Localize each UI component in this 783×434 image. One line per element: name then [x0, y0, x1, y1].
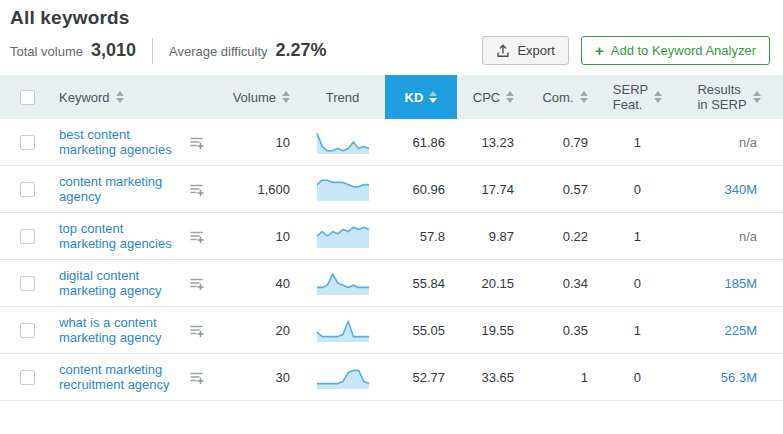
add-to-list-icon[interactable] [189, 182, 205, 197]
total-volume-label: Total volume [10, 44, 83, 59]
keyword-cell: what is a content marketing agency [55, 307, 215, 353]
table-row: content marketing recruitment agency3052… [0, 354, 783, 401]
add-to-list-icon[interactable] [189, 229, 205, 244]
com-cell: 0.79 [530, 127, 600, 158]
keyword-cell: best content marketing agencies [55, 119, 215, 165]
kd-cell: 55.84 [385, 268, 457, 299]
page-header: All keywords Total volume 3,010 Average … [0, 0, 783, 75]
volume-cell: 30 [215, 362, 300, 393]
column-header-kd[interactable]: KD [385, 75, 457, 119]
column-header-results[interactable]: Resultsin SERP [675, 75, 783, 119]
sort-down-arrow [116, 98, 124, 103]
sort-up-arrow [116, 91, 124, 96]
com-cell: 0.34 [530, 268, 600, 299]
table-body: best content marketing agencies1061.8613… [0, 119, 783, 401]
sort-up-arrow [282, 91, 290, 96]
com-cell: 0.57 [530, 174, 600, 205]
keyword-wrap: content marketing recruitment agency [59, 362, 215, 392]
row-checkbox[interactable] [20, 323, 35, 338]
results-in-serp-cell: 225M [675, 315, 783, 346]
export-icon [496, 44, 510, 58]
cpc-cell: 9.87 [457, 221, 530, 252]
keyword-link[interactable]: digital content marketing agency [59, 268, 181, 298]
sort-down-arrow [282, 98, 290, 103]
column-header-cpc[interactable]: CPC [457, 75, 530, 119]
cpc-cell: 20.15 [457, 268, 530, 299]
export-button[interactable]: Export [482, 36, 569, 65]
serp-features-cell: 1 [600, 221, 675, 252]
table-row: digital content marketing agency4055.842… [0, 260, 783, 307]
volume-cell: 40 [215, 268, 300, 299]
table-row: what is a content marketing agency2055.0… [0, 307, 783, 354]
volume-cell: 20 [215, 315, 300, 346]
kd-cell: 52.77 [385, 362, 457, 393]
column-header-volume[interactable]: Volume [215, 75, 300, 119]
cpc-cell: 19.55 [457, 315, 530, 346]
trend-sparkline [300, 356, 385, 398]
volume-cell: 10 [215, 127, 300, 158]
row-checkbox-cell [0, 315, 55, 346]
keyword-link[interactable]: what is a content marketing agency [59, 315, 181, 345]
trend-sparkline [300, 168, 385, 210]
keyword-link[interactable]: content marketing agency [59, 174, 181, 204]
select-all-checkbox[interactable] [20, 90, 35, 105]
sort-down-arrow [654, 98, 662, 103]
keyword-link[interactable]: content marketing recruitment agency [59, 362, 181, 392]
results-link[interactable]: 185M [724, 276, 757, 291]
column-header-checkbox [0, 75, 55, 119]
column-header-trend: Trend [300, 75, 385, 119]
sort-icon [753, 91, 761, 103]
add-to-keyword-analyzer-button[interactable]: + Add to Keyword Analyzer [581, 36, 770, 65]
keyword-cell: content marketing recruitment agency [55, 354, 215, 400]
column-label-keyword: Keyword [59, 90, 110, 105]
column-header-keyword[interactable]: Keyword [55, 75, 215, 119]
total-volume-stat: Total volume 3,010 [10, 40, 136, 61]
sort-up-arrow [753, 91, 761, 96]
keyword-overview-panel: All keywords Total volume 3,010 Average … [0, 0, 783, 434]
serp-features-cell: 0 [600, 362, 675, 393]
sort-down-arrow [429, 98, 437, 103]
export-label: Export [517, 43, 555, 58]
serp-features-cell: 0 [600, 174, 675, 205]
row-checkbox[interactable] [20, 370, 35, 385]
volume-cell: 10 [215, 221, 300, 252]
column-label-kd: KD [405, 90, 424, 105]
sort-down-arrow [753, 98, 761, 103]
keyword-cell: content marketing agency [55, 166, 215, 212]
results-link[interactable]: 340M [724, 182, 757, 197]
column-header-serp[interactable]: SERPFeat. [600, 75, 675, 119]
column-label-cpc: CPC [473, 90, 500, 105]
add-to-list-icon[interactable] [189, 323, 205, 338]
row-checkbox[interactable] [20, 182, 35, 197]
table-row: best content marketing agencies1061.8613… [0, 119, 783, 166]
add-to-list-icon[interactable] [189, 276, 205, 291]
results-link[interactable]: 225M [724, 323, 757, 338]
add-to-list-icon[interactable] [189, 370, 205, 385]
kd-cell: 61.86 [385, 127, 457, 158]
cpc-cell: 33.65 [457, 362, 530, 393]
row-checkbox[interactable] [20, 135, 35, 150]
sort-down-arrow [506, 98, 514, 103]
kd-cell: 55.05 [385, 315, 457, 346]
keyword-wrap: best content marketing agencies [59, 127, 215, 157]
keyword-wrap: digital content marketing agency [59, 268, 215, 298]
keyword-link[interactable]: best content marketing agencies [59, 127, 181, 157]
column-label-serp: SERPFeat. [613, 82, 648, 112]
add-to-list-icon[interactable] [189, 135, 205, 150]
results-link[interactable]: 56.3M [721, 370, 757, 385]
keyword-wrap: top content marketing agencies [59, 221, 215, 251]
row-checkbox-cell [0, 268, 55, 299]
keyword-link[interactable]: top content marketing agencies [59, 221, 181, 251]
average-difficulty-stat: Average difficulty 2.27% [169, 40, 327, 61]
keyword-wrap: what is a content marketing agency [59, 315, 215, 345]
row-checkbox-cell [0, 362, 55, 393]
add-to-keyword-analyzer-label: Add to Keyword Analyzer [611, 43, 756, 58]
row-checkbox[interactable] [20, 229, 35, 244]
row-checkbox[interactable] [20, 276, 35, 291]
serp-features-cell: 1 [600, 127, 675, 158]
total-volume-value: 3,010 [91, 40, 136, 61]
sort-down-arrow [580, 98, 588, 103]
sort-up-arrow [580, 91, 588, 96]
column-header-com[interactable]: Com. [530, 75, 600, 119]
average-difficulty-value: 2.27% [276, 40, 327, 61]
